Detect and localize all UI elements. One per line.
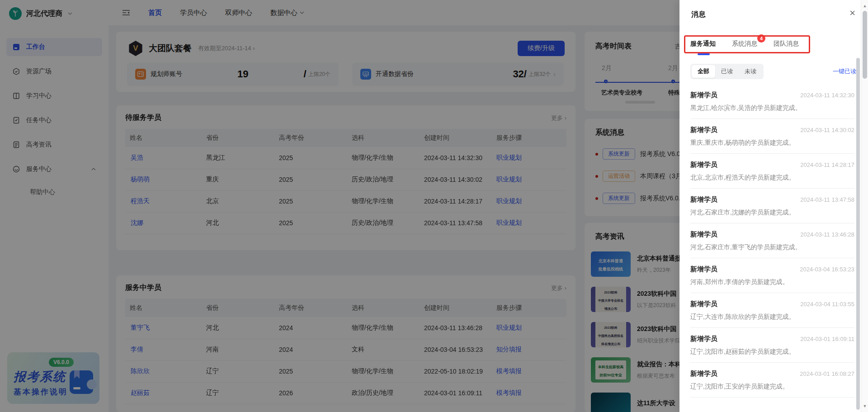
message-item[interactable]: 新增学员 2024-03-11 14:32:30 黑龙江,哈尔滨市,吴浩的学员新… xyxy=(690,84,854,119)
filter-read[interactable]: 已读 xyxy=(715,65,739,78)
message-body: 重庆,重庆市,杨萌萌的学员新建完成。 xyxy=(690,139,854,147)
scroll-down-icon[interactable]: ▼ xyxy=(861,404,868,408)
message-title: 新增学员 xyxy=(690,335,717,343)
message-item[interactable]: 新增学员 2024-03-11 13:46:28 河北,石家庄市,董宇飞的学员新… xyxy=(690,223,854,258)
message-title: 新增学员 xyxy=(690,230,717,239)
message-title: 新增学员 xyxy=(690,161,717,169)
drawer-scrollbar-thumb[interactable] xyxy=(856,58,860,410)
message-body: 辽宁,沈阳市,王安的学员新建完成。 xyxy=(690,383,854,391)
page-scrollbar[interactable]: ▲ ▼ xyxy=(861,0,868,412)
tab-system-messages[interactable]: 系统消息 4 xyxy=(732,40,757,48)
filter-row: 全部 已读 未读 一键已读 xyxy=(690,64,856,79)
message-timestamp: 2024-03-11 13:46:28 xyxy=(800,231,854,238)
message-timestamp: 2024-03-11 14:30:02 xyxy=(800,127,854,133)
message-timestamp: 2024-03-11 14:32:30 xyxy=(800,92,854,99)
message-body: 河南,郑州市,李倩的学员新建完成。 xyxy=(690,278,854,286)
mark-all-read-link[interactable]: 一键已读 xyxy=(833,67,856,76)
message-timestamp: 2024-03-04 11:03:55 xyxy=(800,301,854,308)
read-filter-segment: 全部 已读 未读 xyxy=(690,64,764,79)
message-item[interactable]: 新增学员 2024-03-11 13:47:58 河北,石家庄市,沈娜的学员新建… xyxy=(690,189,854,223)
message-timestamp: 2024-03-04 16:53:23 xyxy=(800,266,854,273)
message-item[interactable]: 新增学员 2024-03-11 14:30:02 重庆,重庆市,杨萌萌的学员新建… xyxy=(690,119,854,154)
unread-count-badge: 4 xyxy=(757,34,765,43)
message-title: 新增学员 xyxy=(690,300,717,308)
message-item[interactable]: 新增学员 2024-03-04 11:03:55 辽宁,大连市,陈欣欣的学员新建… xyxy=(690,293,854,328)
message-body: 北京,北京市,程浩天的学员新建完成。 xyxy=(690,174,854,182)
drawer-tabs: 服务通知 系统消息 4 团队消息 xyxy=(690,40,799,48)
message-title: 新增学员 xyxy=(690,369,717,378)
message-item[interactable]: 新增学员 2024-03-01 16:08:27 辽宁,沈阳市,王安的学员新建完… xyxy=(690,363,854,398)
active-tab-indicator xyxy=(698,53,710,55)
filter-unread[interactable]: 未读 xyxy=(739,65,762,78)
filter-all[interactable]: 全部 xyxy=(692,65,715,78)
message-timestamp: 2024-03-01 16:08:27 xyxy=(800,370,854,377)
message-timestamp: 2024-03-11 13:47:58 xyxy=(800,196,854,203)
message-timestamp: 2024-03-11 14:28:17 xyxy=(800,161,854,168)
message-list: 新增学员 2024-03-11 14:32:30 黑龙江,哈尔滨市,吴浩的学员新… xyxy=(690,84,854,412)
message-title: 新增学员 xyxy=(690,265,717,274)
drawer-backdrop[interactable] xyxy=(0,0,679,412)
message-item[interactable]: 新增学员 2024-03-04 16:53:23 河南,郑州市,李倩的学员新建完… xyxy=(690,258,854,293)
message-title: 新增学员 xyxy=(690,126,717,134)
message-body: 黑龙江,哈尔滨市,吴浩的学员新建完成。 xyxy=(690,104,854,112)
message-body: 辽宁,大连市,陈欣欣的学员新建完成。 xyxy=(690,313,854,321)
message-title: 新增学员 xyxy=(690,195,717,204)
tab-team-messages[interactable]: 团队消息 xyxy=(774,40,799,48)
page-scrollbar-thumb[interactable] xyxy=(863,11,867,79)
tab-service-notices[interactable]: 服务通知 xyxy=(690,40,716,48)
message-title: 新增学员 xyxy=(690,91,717,99)
message-drawer: 消息 × 服务通知 系统消息 4 团队消息 全部 已读 未读 一键已读 新增学员… xyxy=(679,0,868,412)
scroll-up-icon[interactable]: ▲ xyxy=(861,4,868,8)
message-timestamp: 2024-03-01 16:09:11 xyxy=(800,336,854,342)
close-icon[interactable]: × xyxy=(849,8,855,18)
message-item[interactable]: 新增学员 2024-03-11 14:28:17 北京,北京市,程浩天的学员新建… xyxy=(690,154,854,189)
message-item[interactable]: 新增学员 2024-03-01 16:09:11 辽宁,沈阳市,赵丽茹的学员新建… xyxy=(690,328,854,363)
message-body: 河北,石家庄市,沈娜的学员新建完成。 xyxy=(690,208,854,217)
drawer-title: 消息 xyxy=(691,10,706,19)
message-body: 辽宁,沈阳市,赵丽茹的学员新建完成。 xyxy=(690,348,854,356)
message-body: 河北,石家庄市,董宇飞的学员新建完成。 xyxy=(690,243,854,251)
